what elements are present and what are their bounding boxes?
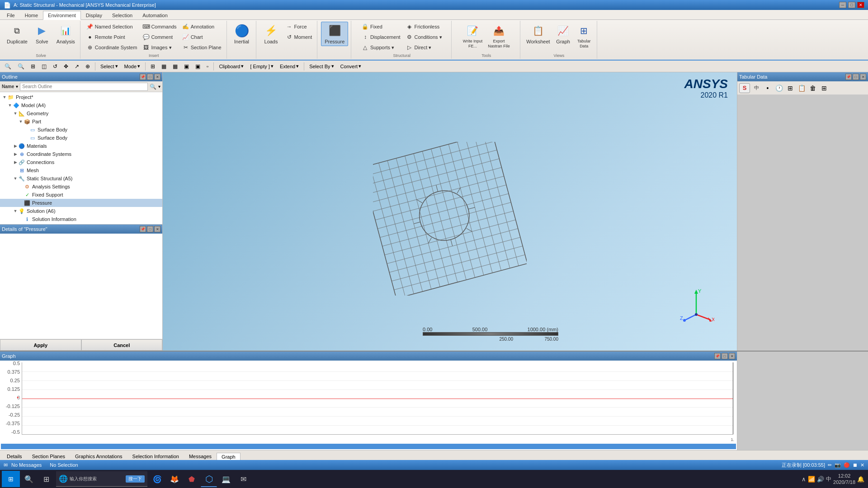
icon-btn-4[interactable]: ▣ (181, 62, 192, 71)
extend-dropdown[interactable]: Extend ▾ (277, 62, 302, 70)
expand-materials[interactable]: ▶ (13, 143, 18, 149)
section-plane-button[interactable]: ✂ Section Plane (180, 42, 224, 52)
graph-close-btn[interactable]: ✕ (729, 353, 735, 359)
details-expand-btn[interactable]: □ (147, 226, 153, 232)
remote-point-button[interactable]: ● Remote Point (84, 32, 140, 42)
tabular-close-btn[interactable]: ✕ (860, 74, 866, 80)
tree-item-pressure[interactable]: ▶ ⬛ Pressure (0, 199, 162, 207)
conditions-button[interactable]: ⚙ Conditions ▾ (404, 32, 444, 42)
tabular-icon-clock[interactable]: 🕐 (774, 83, 784, 93)
tabular-icon-copy[interactable]: 📋 (797, 83, 807, 93)
browser-address[interactable] (70, 476, 124, 481)
maximize-button[interactable]: □ (848, 2, 855, 8)
tab-automation[interactable]: Automation (137, 11, 173, 19)
worksheet-button[interactable]: 📋 Worksheet (524, 22, 552, 46)
graph-pin-btn[interactable]: 📌 (714, 353, 721, 359)
inertial-button[interactable]: 🔵 Inertial (231, 22, 253, 46)
pressure-button[interactable]: ⬛ Pressure (321, 22, 348, 46)
tab-details[interactable]: Details (2, 452, 27, 460)
tree-item-materials[interactable]: ▶ 🔵 Materials (0, 142, 162, 150)
tabular-pin-btn[interactable]: 📌 (845, 74, 852, 80)
taskbar-ansys[interactable]: ⬡ (201, 471, 217, 487)
graph-button[interactable]: 📈 Graph (553, 22, 573, 46)
outline-search-btn[interactable]: 🔍 (150, 84, 156, 90)
icon-btn-5[interactable]: ▣ (193, 62, 203, 71)
tree-item-solution[interactable]: ▼ 💡 Solution (A6) (0, 207, 162, 215)
snap-btn[interactable]: ⊕ (83, 62, 93, 71)
taskbar-search[interactable]: 🔍 (21, 471, 37, 487)
tabular-icon-grid2[interactable]: ⊞ (819, 83, 829, 93)
apply-button[interactable]: Apply (0, 339, 81, 351)
expand-connections[interactable]: ▶ (13, 160, 18, 165)
supports-button[interactable]: △ Supports ▾ (359, 42, 403, 52)
convert-dropdown[interactable]: Convert ▾ (338, 62, 364, 70)
outline-close-btn[interactable]: ✕ (154, 74, 160, 80)
tree-item-surface1[interactable]: ▶ ▭ Surface Body (0, 126, 162, 134)
taskbar-firefox[interactable]: 🦊 (166, 471, 183, 487)
taskbar-ime-zh[interactable]: 中 (826, 475, 831, 483)
clipboard-dropdown[interactable]: Clipboard ▾ (216, 62, 246, 70)
outline-pin-btn[interactable]: 📌 (140, 74, 146, 80)
comment-button[interactable]: 💬 Comment (140, 32, 179, 42)
taskbar-app2[interactable]: 💻 (218, 471, 234, 487)
taskbar-edge[interactable]: 🌀 (149, 471, 165, 487)
tab-graphics-annotations[interactable]: Graphics Annotations (70, 452, 127, 460)
details-pin-btn[interactable]: 📌 (140, 226, 146, 232)
tree-item-geometry[interactable]: ▼ 📐 Geometry (0, 109, 162, 117)
tree-item-part[interactable]: ▼ 📦 Part (0, 117, 162, 126)
tab-home[interactable]: Home (20, 11, 43, 19)
taskbar-app1[interactable]: ⬟ (184, 471, 200, 487)
tree-item-static[interactable]: ▼ 🔧 Static Structural (A5) (0, 174, 162, 183)
tabular-icon-grid[interactable]: ⊞ (785, 83, 795, 93)
outline-expand-btn[interactable]: □ (147, 74, 153, 80)
tab-graph[interactable]: Graph (217, 453, 241, 460)
mode-dropdown[interactable]: Mode ▾ (122, 62, 143, 70)
expand-geometry[interactable]: ▼ (13, 111, 18, 116)
close-button[interactable]: ✕ (857, 2, 864, 8)
taskbar-sys-volume[interactable]: 🔊 (817, 476, 824, 483)
expand-part[interactable]: ▼ (18, 119, 24, 124)
tab-selection-info[interactable]: Selection Information (127, 452, 184, 460)
taskbar-sys-caret[interactable]: ∧ (802, 476, 806, 483)
write-input-button[interactable]: 📝 Write InputFE... (461, 22, 485, 51)
graph-expand-btn[interactable]: □ (722, 353, 728, 359)
images-button[interactable]: 🖼 Images ▾ (140, 42, 179, 52)
browser-search-btn[interactable]: 搜一下 (126, 475, 145, 483)
icon-btn-2[interactable]: ▦ (159, 62, 169, 71)
taskbar-clock[interactable]: 12:02 2020/7/18 (833, 473, 855, 486)
moment-button[interactable]: ↺ Moment (283, 32, 315, 42)
empty-dropdown[interactable]: [ Empty ] ▾ (247, 62, 276, 70)
tab-messages[interactable]: Messages (184, 452, 217, 460)
expand-static[interactable]: ▼ (13, 176, 18, 181)
export-nastran-button[interactable]: 📤 ExportNastran File (486, 22, 512, 51)
tab-environment[interactable]: Environment (43, 11, 81, 20)
tree-item-project[interactable]: ▼ 📁 Project* (0, 93, 162, 101)
tree-item-coord[interactable]: ▶ ⊕ Coordinate Systems (0, 150, 162, 158)
tab-selection[interactable]: Selection (107, 11, 137, 19)
tree-item-connections[interactable]: ▶ 🔗 Connections (0, 158, 162, 166)
direct-button[interactable]: ▷ Direct ▾ (404, 42, 444, 52)
commands-button[interactable]: ⌨ Commands (140, 22, 179, 32)
coord-system-button[interactable]: ⊕ Coordinate System (84, 42, 140, 52)
tree-item-mesh[interactable]: ▶ ⊞ Mesh (0, 166, 162, 174)
start-button[interactable]: ⊞ (2, 471, 20, 487)
select-by-dropdown[interactable]: Select By ▾ (307, 62, 336, 70)
expand-solution[interactable]: ▼ (13, 208, 18, 214)
tree-item-model[interactable]: ▼ 🔷 Model (A4) (0, 101, 162, 109)
analysis-button[interactable]: 📊 Analysis (54, 22, 77, 46)
zoom-in-btn[interactable]: 🔍 (2, 62, 14, 71)
fit-btn[interactable]: ⊞ (28, 62, 38, 71)
duplicate-button[interactable]: ⧉ Duplicate (5, 22, 30, 46)
taskbar-sys-wifi[interactable]: 📶 (808, 476, 815, 483)
annotation-button[interactable]: ✍ Annotation (180, 22, 224, 32)
outline-filter-btn[interactable]: ▾ (158, 84, 160, 89)
rotate-btn[interactable]: ↺ (50, 62, 60, 71)
named-selection-button[interactable]: 📌 Named Selection (84, 22, 140, 32)
expand-project[interactable]: ▼ (2, 94, 7, 100)
icon-btn-3[interactable]: ▦ (170, 62, 180, 71)
fixed-button[interactable]: 🔒 Fixed (359, 22, 403, 32)
tree-item-surface2[interactable]: ▶ ▭ Surface Body (0, 134, 162, 142)
tab-file[interactable]: File (2, 11, 20, 19)
zoom-out-btn[interactable]: 🔍 (15, 62, 27, 71)
expand-coord[interactable]: ▶ (13, 151, 18, 157)
